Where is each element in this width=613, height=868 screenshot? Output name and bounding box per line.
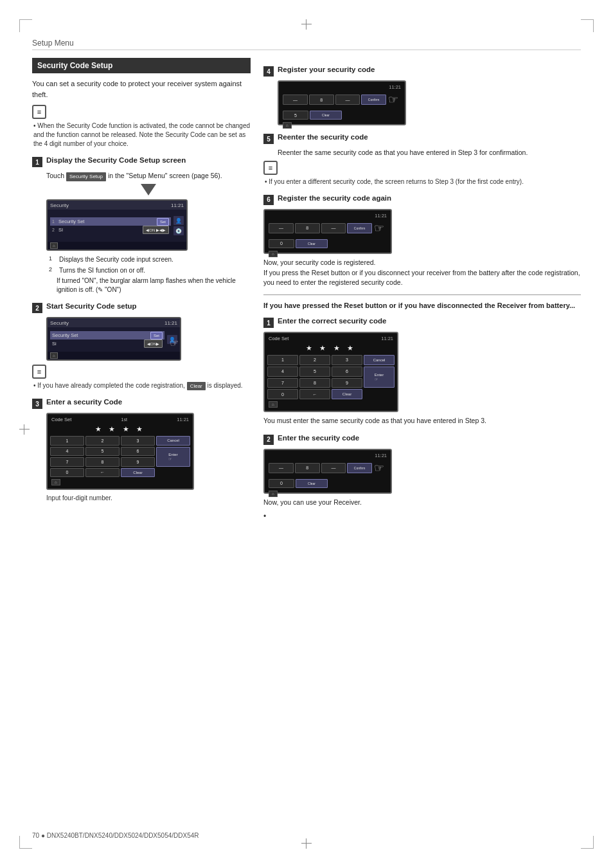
section-header-text: Setup Menu xyxy=(32,39,74,48)
step4-five: 5 xyxy=(283,111,308,120)
rkey-9[interactable]: 9 xyxy=(332,378,362,388)
step-3-header: 3 Enter a security Code xyxy=(32,398,251,409)
screen-menu-item-1: 1 Security Set Set xyxy=(50,217,171,226)
keypad-grid-r1: 1 2 3 Cancel 4 5 6 Enter☞ 7 8 9 0 ← Clea… xyxy=(267,355,395,399)
key-7[interactable]: 7 xyxy=(50,457,84,467)
rkey-4[interactable]: 4 xyxy=(267,366,298,377)
step-5-body: Reenter the same security code as that y… xyxy=(278,148,581,158)
step-4-header: 4 Register your security code xyxy=(263,66,581,77)
note-text-2: • If you have already completed the code… xyxy=(32,381,251,390)
note-text-5-content: • If you enter a different security code… xyxy=(265,178,524,185)
screen-time-1: 11:21 xyxy=(171,203,184,208)
rkey-3[interactable]: 3 xyxy=(332,355,362,365)
rkey-1[interactable]: 1 xyxy=(267,355,298,365)
rkey-clear[interactable]: Clear xyxy=(332,389,362,399)
screen-wrap-4: 11:21 — 8 — Confirm ☞ 5 Clear xyxy=(263,80,581,125)
screen-mockup-step1: Security 11:21 1 Security Set Set 2 S xyxy=(46,199,188,251)
key-2[interactable]: 2 xyxy=(85,436,120,446)
keypad-screen-step3: Code Set 1st 11:21 ★ ★ ★ ★ 1 2 3 Cancel … xyxy=(46,413,194,490)
rkey-cancel[interactable]: Cancel xyxy=(364,355,395,365)
step6-row: — 8 — Confirm ☞ xyxy=(267,220,388,237)
step6-confirm: Confirm xyxy=(347,223,372,233)
key-5[interactable]: 5 xyxy=(85,447,120,457)
hand-cursor-r2: ☞ xyxy=(374,461,384,475)
step-6-num: 6 xyxy=(263,195,274,205)
reset-step-2-num: 2 xyxy=(263,435,274,445)
key-enter[interactable]: Enter☞ xyxy=(156,447,190,467)
keypad-grid-3: 1 2 3 Cancel 4 5 6 Enter☞ 7 8 9 0 ← Clea… xyxy=(50,436,190,477)
section-header: Setup Menu xyxy=(32,39,581,50)
step-2-header: 2 Start Security Code setup xyxy=(32,302,251,313)
step-5-title: Reenter the security code xyxy=(278,133,368,141)
right-column: 4 Register your security code 11:21 — 8 … xyxy=(263,58,581,521)
keypad-bottom-3: ⌂ xyxy=(50,478,190,486)
reset-step-2-after: Now, you can use your Receiver. xyxy=(263,498,581,508)
screen-top-bar-2: Security 11:21 xyxy=(48,318,180,327)
keypad-bottom-6: ⌂ xyxy=(267,251,388,257)
step6-row2: 0 Clear xyxy=(267,238,388,249)
keypad-top-3: Code Set 1st 11:21 xyxy=(50,417,190,422)
r2-row2: 0 Clear xyxy=(267,478,388,489)
step-3-num: 3 xyxy=(32,399,42,409)
key-0[interactable]: 0 xyxy=(50,468,84,478)
keypad-dots-r1: ★ ★ ★ ★ xyxy=(267,343,395,354)
r2-btn3: — xyxy=(321,463,346,473)
step-1-sub-bullet: If turned "ON", the burglar alarm lamp f… xyxy=(57,276,251,294)
screen-label-1: Security xyxy=(50,203,69,208)
arrow-shape-1 xyxy=(141,184,156,195)
key-cancel[interactable]: Cancel xyxy=(156,436,190,446)
note-block-2: • If you have already completed the code… xyxy=(32,365,251,390)
rkey-8[interactable]: 8 xyxy=(299,378,330,388)
step-1-header: 1 Display the Security Code Setup screen xyxy=(32,156,251,167)
keypad-screen-reset1: Code Set 11:21 ★ ★ ★ ★ 1 2 3 Cancel 4 5 … xyxy=(263,332,398,412)
security-setup-btn-inline: Security Setup xyxy=(66,172,106,181)
reset-step-1-after-text: You must enter the same security code as… xyxy=(263,417,486,424)
step-6-header: 6 Register the security code again xyxy=(263,194,581,205)
screen-icon-person: 👤 xyxy=(173,216,184,225)
step-6-after-text: Now, your security code is registered. I… xyxy=(263,258,581,288)
intro-text: You can set a security code to protect y… xyxy=(32,78,251,100)
r2-zero: 0 xyxy=(269,479,294,488)
key-9[interactable]: 9 xyxy=(121,457,155,467)
key-clear[interactable]: Clear xyxy=(121,468,155,478)
hand-cursor-6: ☞ xyxy=(374,221,384,235)
keypad-dots-3: ★ ★ ★ ★ xyxy=(50,424,190,435)
key-4[interactable]: 4 xyxy=(50,447,84,457)
keypad-top-r1: Code Set 11:21 xyxy=(267,336,395,341)
key-3[interactable]: 3 xyxy=(121,436,155,446)
keypad-label-3: Code Set xyxy=(51,417,71,422)
reset-step-1-header: 1 Enter the correct security code xyxy=(263,317,581,328)
rkey-2[interactable]: 2 xyxy=(299,355,330,365)
reset-step-1-title: Enter the correct security code xyxy=(278,317,386,325)
rkey-5[interactable]: 5 xyxy=(299,366,330,377)
rkey-6[interactable]: 6 xyxy=(332,366,362,377)
screen-wrap-r1: Code Set 11:21 ★ ★ ★ ★ 1 2 3 Cancel 4 5 … xyxy=(263,332,581,412)
key-back[interactable]: ← xyxy=(85,468,120,478)
arrow-down-1 xyxy=(46,184,251,195)
reset-step-2-title: Enter the security code xyxy=(278,434,359,442)
page-footer: 70 ● DNX5240BT/DNX5240/DDX5024/DDX5054/D… xyxy=(32,832,199,839)
keypad-top-r2: 11:21 xyxy=(267,453,388,458)
note-text-5: • If you enter a different security code… xyxy=(263,177,581,186)
step6-btn1: — xyxy=(269,223,294,233)
screen-wrap-r2: 11:21 — 8 — Confirm ☞ 0 Clear xyxy=(263,449,581,494)
step6-zero: 0 xyxy=(269,239,294,248)
key-1[interactable]: 1 xyxy=(50,436,84,446)
key-8[interactable]: 8 xyxy=(85,457,120,467)
note-block-5: • If you enter a different security code… xyxy=(263,161,581,186)
hand-cursor-4: ☞ xyxy=(388,93,398,107)
screen-label-2: Security xyxy=(50,320,69,326)
rkey-back[interactable]: ← xyxy=(299,389,330,399)
step4-row: — 8 — Confirm ☞ xyxy=(281,91,402,108)
rkey-7[interactable]: 7 xyxy=(267,378,298,388)
step-1-subitems: 1 Displays the Security code input scree… xyxy=(46,255,251,294)
key-6[interactable]: 6 xyxy=(121,447,155,457)
screen-icons-1: 👤 💿 xyxy=(173,216,184,235)
screen-time-2: 11:21 xyxy=(164,320,177,326)
keypad-time-r1: 11:21 xyxy=(381,336,393,341)
rkey-enter[interactable]: Enter☞ xyxy=(364,366,395,388)
step-2-num: 2 xyxy=(32,303,42,313)
divider-1 xyxy=(263,294,581,295)
rkey-0[interactable]: 0 xyxy=(267,389,298,399)
screen-icon-cd: 💿 xyxy=(173,226,184,235)
